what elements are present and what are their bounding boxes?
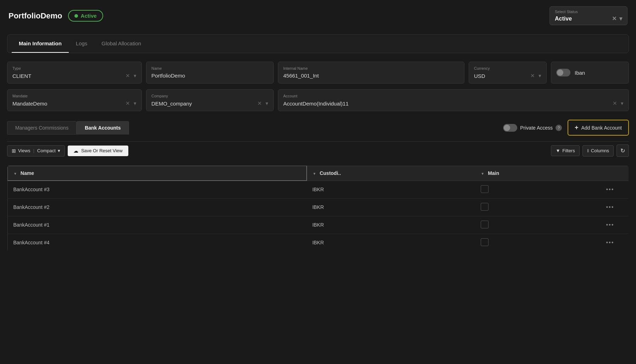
name-value: PortfolioDemo bbox=[151, 73, 185, 79]
columns-button[interactable]: ⦀ Columns bbox=[582, 145, 614, 157]
internal-name-value-row: 45661_001_Int bbox=[283, 73, 459, 79]
internal-name-label: Internal Name bbox=[283, 66, 459, 70]
col-custodian-header[interactable]: ▼ Custodi.. bbox=[307, 166, 475, 181]
columns-icon: ⦀ bbox=[587, 148, 589, 154]
add-bank-plus-icon: + bbox=[575, 124, 579, 131]
company-field[interactable]: Company DEMO_company ✕ ▾ bbox=[146, 89, 274, 111]
cell-name-2: BankAccount #1 bbox=[7, 216, 307, 234]
status-clear-icon[interactable]: ✕ bbox=[612, 15, 617, 22]
row-actions-icon-1[interactable]: ••• bbox=[606, 204, 614, 210]
section-tabs-left: Managers Commissions Bank Accounts bbox=[7, 121, 129, 135]
mandate-field[interactable]: Mandate MandateDemo ✕ ▾ bbox=[7, 89, 142, 111]
views-label: Views bbox=[18, 148, 30, 153]
tab-logs[interactable]: Logs bbox=[69, 35, 95, 53]
filters-button[interactable]: ▼ Filters bbox=[551, 145, 579, 156]
header-left: PortfolioDemo Active bbox=[9, 10, 103, 22]
account-controls: ✕ ▾ bbox=[613, 100, 624, 107]
company-controls: ✕ ▾ bbox=[257, 100, 268, 107]
company-value: DEMO_company bbox=[151, 101, 192, 107]
status-dropdown-icon[interactable]: ▾ bbox=[619, 15, 622, 22]
col-main-header[interactable]: ▼ Main bbox=[475, 166, 600, 181]
main-checkbox-3[interactable] bbox=[481, 238, 489, 246]
currency-field[interactable]: Currency USD ✕ ▾ bbox=[469, 62, 547, 84]
views-dropdown-icon: ▾ bbox=[58, 148, 60, 153]
col-sort-icon: ▼ bbox=[13, 172, 17, 176]
cell-custodian-0: IBKR bbox=[307, 181, 475, 198]
active-badge[interactable]: Active bbox=[68, 10, 103, 22]
views-button[interactable]: ⊞ Views | Compact ▾ bbox=[7, 145, 65, 157]
add-bank-account-button[interactable]: + Add Bank Account bbox=[568, 120, 629, 136]
type-clear-icon[interactable]: ✕ bbox=[125, 73, 130, 79]
row-actions-icon-0[interactable]: ••• bbox=[606, 186, 614, 192]
tab-main-information[interactable]: Main Information bbox=[12, 35, 69, 53]
col-custodian-sort-icon: ▼ bbox=[313, 172, 316, 176]
iban-toggle[interactable] bbox=[556, 69, 570, 76]
table-toolbar: ⊞ Views | Compact ▾ ☁ Save Or Reset View… bbox=[7, 141, 629, 160]
main-checkbox-0[interactable] bbox=[481, 185, 489, 193]
mandate-dropdown-icon[interactable]: ▾ bbox=[134, 100, 136, 107]
account-dropdown-icon[interactable]: ▾ bbox=[621, 100, 624, 107]
cell-name-1: BankAccount #2 bbox=[7, 198, 307, 216]
type-field[interactable]: Type CLIENT ✕ ▾ bbox=[7, 62, 142, 84]
tab-bank-accounts[interactable]: Bank Accounts bbox=[77, 121, 129, 135]
internal-name-field[interactable]: Internal Name 45661_001_Int bbox=[278, 62, 464, 84]
cell-custodian-1: IBKR bbox=[307, 198, 475, 216]
name-label: Name bbox=[151, 66, 268, 70]
private-access-label: Private Access bbox=[520, 125, 553, 131]
mandate-clear-icon[interactable]: ✕ bbox=[125, 100, 130, 107]
save-reset-view-button[interactable]: ☁ Save Or Reset View bbox=[68, 146, 128, 156]
company-dropdown-icon[interactable]: ▾ bbox=[266, 100, 268, 107]
table-row: BankAccount #4 IBKR ••• bbox=[7, 234, 629, 251]
cell-main-1 bbox=[475, 198, 600, 216]
col-name-header[interactable]: ▼ Name bbox=[7, 166, 307, 181]
private-access-help-icon[interactable]: ? bbox=[556, 125, 562, 131]
account-label: Account bbox=[283, 94, 624, 98]
filter-icon: ▼ bbox=[556, 148, 560, 153]
tab-global-allocation[interactable]: Global Allocation bbox=[94, 35, 148, 53]
cell-main-2 bbox=[475, 216, 600, 234]
cell-main-0 bbox=[475, 181, 600, 198]
main-content: Type CLIENT ✕ ▾ Name PortfolioDemo Inter… bbox=[0, 56, 636, 257]
main-checkbox-2[interactable] bbox=[481, 221, 489, 228]
section-tabs: Managers Commissions Bank Accounts Priva… bbox=[7, 120, 629, 136]
account-value: AccountDemo(Individual)11 bbox=[283, 101, 348, 107]
currency-clear-icon[interactable]: ✕ bbox=[530, 73, 535, 79]
mandate-value: MandateDemo bbox=[12, 101, 47, 107]
status-select[interactable]: Select Status Active ✕ ▾ bbox=[549, 6, 627, 25]
toggle-knob bbox=[557, 69, 563, 76]
private-access-toggle[interactable] bbox=[503, 124, 517, 132]
app-title: PortfolioDemo bbox=[9, 11, 62, 21]
iban-field: Iban bbox=[551, 62, 629, 84]
views-grid-icon: ⊞ bbox=[12, 148, 16, 154]
form-row-2: Mandate MandateDemo ✕ ▾ Company DEMO_com… bbox=[7, 89, 629, 111]
refresh-icon: ↻ bbox=[620, 147, 625, 154]
type-value: CLIENT bbox=[12, 73, 31, 79]
main-tabs-bar: Main Information Logs Global Allocation bbox=[7, 34, 629, 53]
table-header-row: ▼ Name ▼ Custodi.. ▼ Main bbox=[7, 166, 629, 181]
name-field[interactable]: Name PortfolioDemo bbox=[146, 62, 274, 84]
status-select-label: Select Status bbox=[555, 10, 622, 14]
currency-value: USD bbox=[474, 73, 485, 79]
row-actions-icon-2[interactable]: ••• bbox=[606, 222, 614, 228]
mandate-controls: ✕ ▾ bbox=[125, 100, 136, 107]
table-row: BankAccount #1 IBKR ••• bbox=[7, 216, 629, 234]
row-actions-icon-3[interactable]: ••• bbox=[606, 239, 614, 245]
main-checkbox-1[interactable] bbox=[481, 203, 489, 211]
type-label: Type bbox=[12, 66, 136, 70]
type-controls: ✕ ▾ bbox=[125, 73, 136, 79]
cell-custodian-2: IBKR bbox=[307, 216, 475, 234]
col-main-sort-icon: ▼ bbox=[481, 172, 484, 176]
table-row: BankAccount #2 IBKR ••• bbox=[7, 198, 629, 216]
mandate-label: Mandate bbox=[12, 94, 136, 98]
refresh-button[interactable]: ↻ bbox=[617, 144, 629, 157]
currency-label: Currency bbox=[474, 66, 541, 70]
tab-managers-commissions[interactable]: Managers Commissions bbox=[7, 121, 77, 135]
account-clear-icon[interactable]: ✕ bbox=[613, 100, 617, 107]
active-dot-icon bbox=[74, 14, 78, 18]
account-field[interactable]: Account AccountDemo(Individual)11 ✕ ▾ bbox=[278, 89, 629, 111]
views-mode: Compact bbox=[37, 148, 56, 153]
company-clear-icon[interactable]: ✕ bbox=[257, 100, 262, 107]
type-dropdown-icon[interactable]: ▾ bbox=[134, 73, 136, 79]
currency-dropdown-icon[interactable]: ▾ bbox=[539, 73, 541, 79]
iban-label: Iban bbox=[575, 70, 585, 76]
